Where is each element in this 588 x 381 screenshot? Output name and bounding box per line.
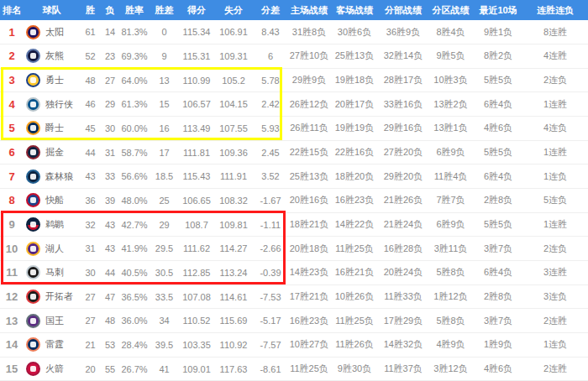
- division-record-cell: 29胜20负: [379, 164, 428, 189]
- losses-cell: 55: [101, 357, 119, 381]
- rank-cell: 7: [0, 164, 24, 189]
- conference-record-cell: 1胜12负: [428, 284, 474, 309]
- win-pct-cell: 41.9%: [119, 237, 150, 261]
- point-diff-cell: -1.67: [253, 189, 288, 213]
- column-header-8: 分差: [253, 0, 288, 20]
- table-row[interactable]: 13 国王 27 48 36.0% 34 110.52 115.69 -5.17…: [0, 309, 588, 333]
- losses-cell: 44: [101, 261, 119, 285]
- home-record-cell: 14胜23负: [288, 261, 330, 285]
- division-record-cell: 36胜9负: [379, 20, 428, 44]
- win-pct-cell: 36.5%: [119, 284, 150, 309]
- streak-cell: 1连胜: [522, 212, 588, 237]
- table-row[interactable]: 10 湖人 31 43 41.9% 29.5 111.62 114.27 -2.…: [0, 237, 588, 261]
- team-logo-icon: [26, 193, 40, 207]
- standings-table: 排名球队胜负胜率胜差得分失分分差主场战绩客场战绩分部战绩分区战绩最近10场连胜连…: [0, 0, 588, 381]
- wins-cell: 27: [80, 284, 101, 309]
- table-row[interactable]: 9 鹈鹕 32 43 42.7% 29 108.7 109.81 -1.11 1…: [0, 212, 588, 237]
- conference-record-cell: 10胜3负: [428, 68, 474, 92]
- points-against-cell: 106.91: [214, 20, 253, 44]
- team-cell: 国王: [24, 309, 80, 333]
- team-name-link[interactable]: 爵士: [45, 122, 64, 134]
- rank-cell: 1: [0, 20, 24, 44]
- team-logo-emblem: [30, 149, 36, 155]
- point-diff-cell: -1.11: [253, 212, 288, 237]
- games-behind-cell: 41: [150, 357, 179, 381]
- table-row[interactable]: 14 雷霆 21 53 28.4% 39.5 103.35 110.92 -7.…: [0, 333, 588, 358]
- column-header-10: 客场战绩: [330, 0, 379, 20]
- conference-record-cell: 11胜4负: [428, 164, 474, 189]
- team-name-link[interactable]: 掘金: [45, 146, 64, 159]
- points-against-cell: 110.92: [214, 333, 253, 358]
- streak-cell: 1连胜: [522, 140, 588, 164]
- team-name-link[interactable]: 湖人: [45, 243, 64, 255]
- last10-record-cell: 9胜1负: [474, 20, 522, 44]
- team-name-link[interactable]: 雷霆: [45, 338, 64, 351]
- team-cell: 勇士: [24, 68, 80, 92]
- table-row[interactable]: 2 灰熊 52 23 69.3% 9 115.31 109.31 6 27胜10…: [0, 44, 588, 69]
- points-for-cell: 112.85: [179, 261, 214, 285]
- column-header-2: 胜: [80, 0, 101, 20]
- home-record-cell: 18胜21负: [288, 212, 330, 237]
- team-logo-emblem: [30, 294, 36, 300]
- streak-cell: 1连胜: [522, 92, 588, 117]
- point-diff-cell: 2.42: [253, 92, 288, 117]
- point-diff-cell: 3.52: [253, 164, 288, 189]
- last10-record-cell: 8胜2负: [474, 44, 522, 69]
- table-row[interactable]: 4 独行侠 46 29 61.3% 15 106.57 104.15 2.42 …: [0, 92, 588, 117]
- team-logo-icon: [26, 314, 40, 328]
- table-row[interactable]: 5 爵士 45 30 60.0% 16 113.49 107.55 5.93 2…: [0, 117, 588, 141]
- streak-cell: 2连负: [522, 68, 588, 92]
- division-record-cell: 17胜29负: [379, 309, 428, 333]
- losses-cell: 31: [101, 140, 119, 164]
- away-record-cell: 22胜16负: [330, 140, 379, 164]
- last10-record-cell: 6胜4负: [474, 261, 522, 285]
- table-row[interactable]: 12 开拓者 27 47 36.5% 33.5 107.08 114.61 -7…: [0, 284, 588, 309]
- team-name-link[interactable]: 快船: [45, 194, 64, 206]
- points-for-cell: 111.62: [179, 237, 214, 261]
- table-row[interactable]: 6 掘金 44 31 58.7% 17 111.81 109.36 2.45 2…: [0, 140, 588, 164]
- away-record-cell: 20胜17负: [330, 92, 379, 117]
- column-header-4: 胜率: [119, 0, 150, 20]
- column-header-9: 主场战绩: [288, 0, 330, 20]
- win-pct-cell: 56.6%: [119, 164, 150, 189]
- table-row[interactable]: 11 马刺 30 44 40.5% 30.5 112.85 113.24 -0.…: [0, 261, 588, 285]
- rank-cell: 4: [0, 92, 24, 117]
- rank-number: 2: [8, 50, 14, 62]
- team-name-link[interactable]: 开拓者: [45, 290, 73, 303]
- team-cell: 爵士: [24, 117, 80, 141]
- conference-record-cell: 6胜9负: [428, 140, 474, 164]
- team-name-link[interactable]: 马刺: [45, 266, 64, 279]
- table-row[interactable]: 8 快船 36 39 48.0% 25 106.65 108.32 -1.67 …: [0, 189, 588, 213]
- table-row[interactable]: 15 火箭 20 55 26.7% 41 109.01 117.63 -8.61…: [0, 357, 588, 381]
- losses-cell: 47: [101, 284, 119, 309]
- team-name-link[interactable]: 独行侠: [45, 98, 73, 111]
- losses-cell: 29: [101, 92, 119, 117]
- team-logo-icon: [26, 217, 40, 232]
- streak-cell: 2连胜: [522, 357, 588, 381]
- win-pct-cell: 58.7%: [119, 140, 150, 164]
- column-header-11: 分部战绩: [379, 0, 428, 20]
- team-name-link[interactable]: 国王: [45, 315, 64, 327]
- team-logo-emblem: [30, 342, 36, 347]
- wins-cell: 21: [80, 333, 101, 358]
- table-row[interactable]: 1 太阳 61 14 81.3% 0 115.34 106.91 8.43 31…: [0, 20, 588, 44]
- division-record-cell: 11胜33负: [379, 284, 428, 309]
- team-name-link[interactable]: 森林狼: [45, 170, 73, 183]
- last10-record-cell: 5胜5负: [474, 140, 522, 164]
- team-name-link[interactable]: 火箭: [45, 363, 64, 375]
- table-row[interactable]: 3 勇士 48 27 64.0% 13 110.99 105.2 5.78 29…: [0, 68, 588, 92]
- table-row[interactable]: 7 森林狼 43 33 56.6% 18.5 115.43 111.91 3.5…: [0, 164, 588, 189]
- team-name-link[interactable]: 勇士: [45, 74, 64, 86]
- games-behind-cell: 15: [150, 92, 179, 117]
- streak-cell: 1连负: [522, 333, 588, 358]
- point-diff-cell: 5.78: [253, 68, 288, 92]
- streak-cell: 8连胜: [522, 20, 588, 44]
- team-name-link[interactable]: 太阳: [45, 26, 64, 39]
- wins-cell: 52: [80, 44, 101, 69]
- team-logo-icon: [26, 25, 40, 39]
- streak-cell: 3连负: [522, 284, 588, 309]
- rank-number: 13: [6, 315, 18, 327]
- team-name-link[interactable]: 灰熊: [45, 50, 64, 62]
- points-for-cell: 110.52: [179, 309, 214, 333]
- team-name-link[interactable]: 鹈鹕: [45, 218, 64, 231]
